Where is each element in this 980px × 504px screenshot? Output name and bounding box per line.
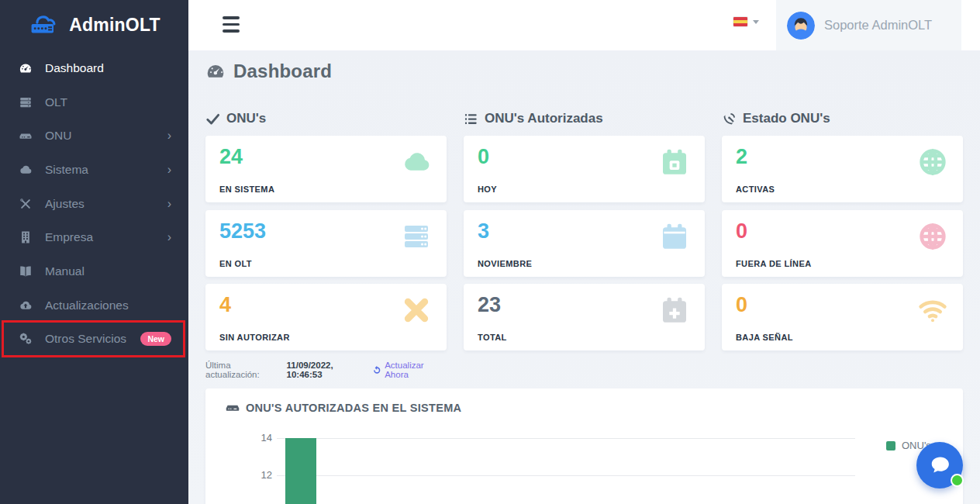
stat-label: ACTIVAS [736,185,949,194]
stat-card-en-olt: 5253 EN OLT [205,210,447,277]
gridline [277,438,855,439]
topbar: Soporte AdminOLT [188,0,980,50]
menu-toggle-button[interactable] [223,16,240,33]
section-header: Estado ONU's [722,111,963,126]
y-axis-tick: 14 [236,432,272,444]
new-badge: New [140,332,171,346]
refresh-icon [372,365,381,375]
building-icon [17,230,34,245]
globe-icon [915,221,949,254]
app-logo[interactable]: AdminOLT [0,0,188,50]
gridline [277,475,855,476]
section-header: ONU's Autorizadas [464,111,705,126]
section-onus: ONU's 24 EN SISTEMA 5253 EN OLT [205,111,447,379]
main-content: Dashboard ONU's 24 EN SISTEMA [188,50,980,504]
chat-bubble-icon [927,453,952,478]
calendar-plus-icon [657,295,691,327]
app-root: AdminOLT Dashboard OLT ONU › [0,0,980,504]
sidebar-item-dashboard[interactable]: Dashboard [0,51,188,85]
adminolt-logo-icon [28,12,62,40]
calendar-check-icon [657,147,691,179]
avatar [787,12,815,40]
check-icon [205,112,220,126]
app-title: AdminOLT [69,15,160,36]
satellite-dish-icon [722,112,737,126]
stat-label: HOY [478,185,691,194]
stat-label: EN SISTEMA [219,185,433,194]
stat-card-total: 23 TOTAL [464,284,705,350]
cloud-icon [399,147,433,179]
sidebar-item-olt[interactable]: OLT [0,85,188,119]
sidebar-item-otros-servicios[interactable]: Otros Servicios New [0,323,188,357]
sidebar-item-manual[interactable]: Manual [0,254,188,288]
chevron-right-icon: › [167,129,171,142]
stat-label: TOTAL [478,333,691,342]
list-ol-icon [464,112,478,126]
sidebar-item-label: Ajustes [45,197,167,211]
gears-icon [17,331,34,347]
sidebar-item-label: ONU [45,129,167,143]
server-stack-icon [17,95,34,110]
caret-down-icon [753,20,759,24]
bar-onus[interactable] [285,438,316,504]
sidebar-item-ajustes[interactable]: Ajustes › [0,187,188,221]
x-icon [399,295,433,327]
y-axis-tick: 12 [236,469,272,481]
stat-label: NOVIEMBRE [478,259,691,268]
globe-icon [915,147,949,179]
cloud-upload-icon [17,298,34,313]
stats-grid: ONU's 24 EN SISTEMA 5253 EN OLT [205,111,963,379]
onu-device-icon [226,402,240,413]
calendar-icon [657,221,691,254]
stat-card-activas: 2 ACTIVAS [722,136,963,202]
language-selector[interactable] [733,17,759,26]
section-onus-autorizadas: ONU's Autorizadas 0 HOY 3 NOVIEMBRE [464,111,705,379]
sidebar-item-actualizaciones[interactable]: Actualizaciones [0,288,188,323]
sidebar: AdminOLT Dashboard OLT ONU › [0,0,188,504]
sidebar-item-label: Dashboard [45,61,171,75]
last-update: Última actualización: 11/09/2022, 10:46:… [205,361,447,379]
refresh-now-link[interactable]: Actualizar Ahora [385,361,447,379]
chart-title: ONU'S AUTORIZADAS EN EL SISTEMA [226,402,461,414]
sidebar-item-onu[interactable]: ONU › [0,119,188,153]
stat-label: BAJA SEÑAL [736,333,949,342]
user-name: Soporte AdminOLT [824,18,932,33]
online-status-dot [951,474,964,487]
chevron-right-icon: › [167,231,171,243]
sidebar-nav: Dashboard OLT ONU › Sistema › [0,50,188,356]
sidebar-item-label: Actualizaciones [45,299,171,312]
stat-label: SIN AUTORIZAR [219,333,433,342]
last-update-datetime: 11/09/2022, 10:46:53 [287,361,368,379]
chat-widget-button[interactable] [916,442,963,488]
gauge-icon [17,60,34,76]
wifi-icon [915,295,949,327]
chevron-right-icon: › [167,198,171,210]
sidebar-item-empresa[interactable]: Empresa › [0,220,188,254]
stat-card-baja-senal: 0 BAJA SEÑAL [722,284,963,350]
gauge-icon [205,61,226,81]
section-header: ONU's [205,111,447,126]
tools-icon [17,196,34,212]
chevron-right-icon: › [167,164,171,176]
page-title: Dashboard [205,60,963,82]
sidebar-item-sistema[interactable]: Sistema › [0,153,188,187]
stat-card-noviembre: 3 NOVIEMBRE [464,210,705,277]
stat-card-sin-autorizar: 4 SIN AUTORIZAR [205,284,447,350]
spain-flag-icon [733,17,747,26]
book-icon [17,264,34,279]
sidebar-item-label: Manual [45,264,171,278]
cloud-icon [17,162,34,178]
stat-card-fuera-de-linea: 0 FUERA DE LÍNEA [722,210,963,277]
legend-swatch [886,441,895,450]
sidebar-item-label: Otros Servicios [45,332,134,346]
chart-card: ONU'S AUTORIZADAS EN EL SISTEMA 14 12 10… [205,388,963,504]
stat-card-hoy: 0 HOY [464,136,705,202]
onu-device-icon [17,128,34,143]
user-menu[interactable]: Soporte AdminOLT [776,0,961,50]
sidebar-item-label: Empresa [45,230,167,244]
stat-label: EN OLT [219,259,433,268]
server-stack-icon [399,221,433,254]
stat-label: FUERA DE LÍNEA [736,259,949,268]
sidebar-item-label: Sistema [45,163,167,177]
section-estado-onus: Estado ONU's 2 ACTIVAS 0 FUERA DE LÍNEA [722,111,963,379]
